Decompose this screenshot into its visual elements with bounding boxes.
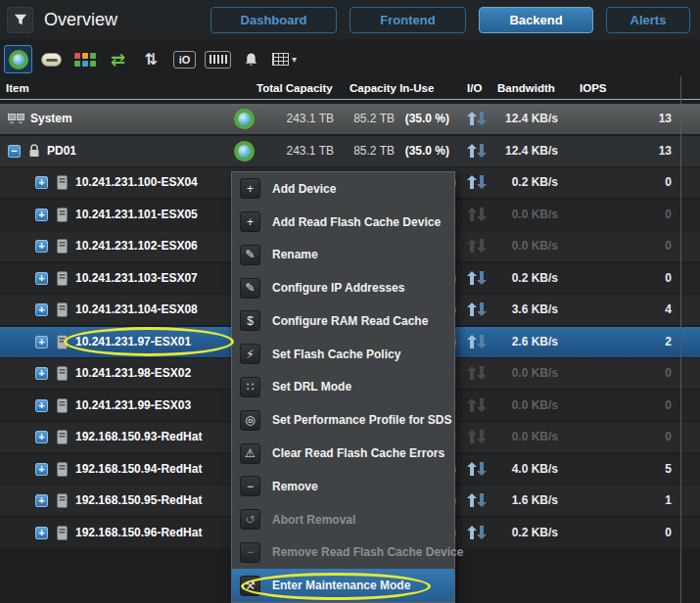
item-name[interactable]: 10.241.231.101-ESX05 (75, 200, 198, 230)
nav-button-dashboard[interactable]: Dashboard (210, 7, 337, 33)
pencil-icon: ✎ (240, 278, 260, 299)
iops-value: 13 (568, 104, 672, 134)
grid-table-icon (272, 53, 289, 66)
ticks-icon[interactable] (204, 45, 232, 73)
capacity-overview-icon[interactable] (4, 45, 32, 73)
column-header-total-capacity[interactable]: Total Capacity (257, 82, 333, 94)
context-menu-item[interactable]: ⚡ Set Flash Cache Policy (232, 338, 454, 371)
storage-icon[interactable] (37, 45, 66, 73)
updown-arrows-icon[interactable]: ⇅ (137, 45, 165, 73)
io-arrows-icon (467, 302, 487, 316)
iops-value: 0 (568, 200, 672, 230)
menu-item-label: Abort Removal (272, 513, 355, 527)
server-icon (57, 239, 68, 254)
expander-icon[interactable]: + (35, 303, 48, 316)
io-arrows-icon (467, 526, 487, 539)
context-menu-item[interactable]: + Add Read Flash Cache Device (232, 206, 454, 239)
item-name[interactable]: PD01 (47, 136, 76, 166)
context-menu-item[interactable]: ∷ Set DRL Mode (232, 371, 454, 404)
io-label-icon[interactable]: iO (170, 45, 199, 73)
bandwidth-value: 0.0 KB/s (490, 200, 558, 230)
item-name[interactable]: 10.241.231.98-ESX02 (75, 358, 191, 389)
item-name[interactable]: 192.168.150.94-RedHat (75, 454, 202, 485)
iops-value: 0 (568, 422, 672, 452)
menu-item-label: Configure RAM Read Cache (272, 314, 428, 328)
nav-button-alerts[interactable]: Alerts (606, 7, 690, 33)
item-name[interactable]: 192.168.150.93-RedHat (75, 422, 202, 452)
item-name[interactable]: 10.241.231.104-ESX08 (75, 295, 198, 325)
item-name[interactable]: 192.168.150.96-RedHat (75, 518, 202, 548)
bandwidth-value: 0.0 KB/s (490, 231, 558, 261)
context-menu-item[interactable]: + Add Device (232, 172, 454, 206)
filter-button[interactable] (7, 7, 33, 33)
bandwidth-value: 0.0 KB/s (490, 422, 558, 452)
page-title: Overview (44, 10, 117, 30)
table-row[interactable]: − PD01 243.1 TB 85.2 TB (35.0 %) 12.4 KB… (0, 136, 700, 166)
expander-icon[interactable]: + (35, 463, 48, 476)
item-name[interactable]: System (30, 104, 72, 134)
bandwidth-value: 0.0 KB/s (490, 358, 558, 389)
expander-icon[interactable]: + (35, 336, 48, 348)
bell-icon (244, 52, 258, 68)
expander-icon[interactable]: + (35, 209, 48, 221)
bandwidth-value: 12.4 KB/s (490, 136, 558, 166)
capacity-circle-icon (234, 109, 255, 129)
tick-marks-icon (205, 51, 231, 69)
expander-icon[interactable]: − (8, 145, 21, 158)
expander-icon[interactable]: + (35, 399, 48, 412)
iops-value: 4 (568, 295, 672, 325)
alerts-bell-icon[interactable] (237, 45, 265, 73)
chevron-down-icon: ▾ (292, 54, 297, 65)
nav-button-backend[interactable]: Backend (479, 7, 593, 33)
io-arrows-icon (467, 208, 487, 221)
column-header-bandwidth[interactable]: Bandwidth (497, 82, 555, 94)
context-menu-item[interactable]: ✎ Configure IP Addresses (232, 271, 454, 304)
context-menu-item[interactable]: $ Configure RAM Read Cache (232, 304, 454, 338)
table-row[interactable]: System 243.1 TB 85.2 TB (35.0 %) 12.4 KB… (0, 104, 700, 134)
lock-icon (28, 144, 40, 158)
expander-icon[interactable]: + (35, 527, 48, 539)
context-menu-item[interactable]: ◎ Set Performance Profile for SDS (232, 403, 454, 437)
expander-icon[interactable]: + (35, 431, 48, 443)
server-icon (57, 175, 68, 190)
server-icon (57, 398, 68, 413)
flash-icon: ⚡ (240, 344, 260, 364)
bandwidth-value: 0.2 KB/s (490, 518, 558, 548)
capacity-in-use-value: 85.2 TB (334, 136, 395, 166)
column-header-iops[interactable]: IOPS (580, 82, 606, 94)
rebalance-icon[interactable]: ⇄ (104, 45, 132, 73)
context-menu-item[interactable]: ✎ Rename (232, 239, 454, 272)
health-grid-icon[interactable] (70, 45, 99, 73)
item-name[interactable]: 10.241.231.97-ESX01 (75, 327, 191, 357)
item-name[interactable]: 10.241.231.103-ESX07 (75, 263, 198, 294)
item-name[interactable]: 10.241.231.102-ESX06 (75, 231, 198, 261)
table-columns-icon[interactable]: ▾ (270, 45, 299, 73)
column-header-item[interactable]: Item (6, 82, 29, 94)
system-icon (8, 114, 24, 125)
io-arrows-icon (467, 175, 487, 189)
context-menu-item[interactable]: − Remove (232, 470, 454, 503)
expander-icon[interactable]: + (35, 272, 48, 285)
item-name[interactable]: 10.241.231.100-ESX04 (75, 167, 198, 198)
expander-icon[interactable]: + (35, 240, 48, 253)
item-name[interactable]: 192.168.150.95-RedHat (75, 486, 202, 516)
column-header-i-o[interactable]: I/O (467, 82, 482, 94)
expander-icon[interactable]: + (35, 494, 48, 507)
menu-item-label: Add Read Flash Cache Device (272, 215, 441, 229)
expander-icon[interactable]: + (35, 367, 48, 380)
plus-icon: + (240, 178, 260, 199)
item-name[interactable]: 10.241.231.99-ESX03 (75, 391, 191, 421)
column-header-capacity-in-use[interactable]: Capacity In-Use (350, 82, 434, 94)
context-menu-item[interactable]: ⚠ Clear Read Flash Cache Errors (232, 437, 454, 470)
io-arrows-icon (467, 430, 487, 443)
nav-button-frontend[interactable]: Frontend (350, 7, 466, 33)
bandwidth-value: 0.2 KB/s (490, 263, 558, 294)
bandwidth-value: 12.4 KB/s (490, 104, 558, 134)
wrench-icon: ⚒ (240, 576, 260, 596)
capacity-in-use-percent: (35.0 %) (395, 104, 449, 134)
expander-icon[interactable]: + (35, 176, 48, 189)
server-icon (57, 208, 68, 222)
io-arrows-icon (467, 144, 487, 158)
context-menu-item[interactable]: ⚒ Enter Maintenance Mode (232, 569, 454, 602)
bandwidth-value: 3.6 KB/s (490, 295, 558, 325)
